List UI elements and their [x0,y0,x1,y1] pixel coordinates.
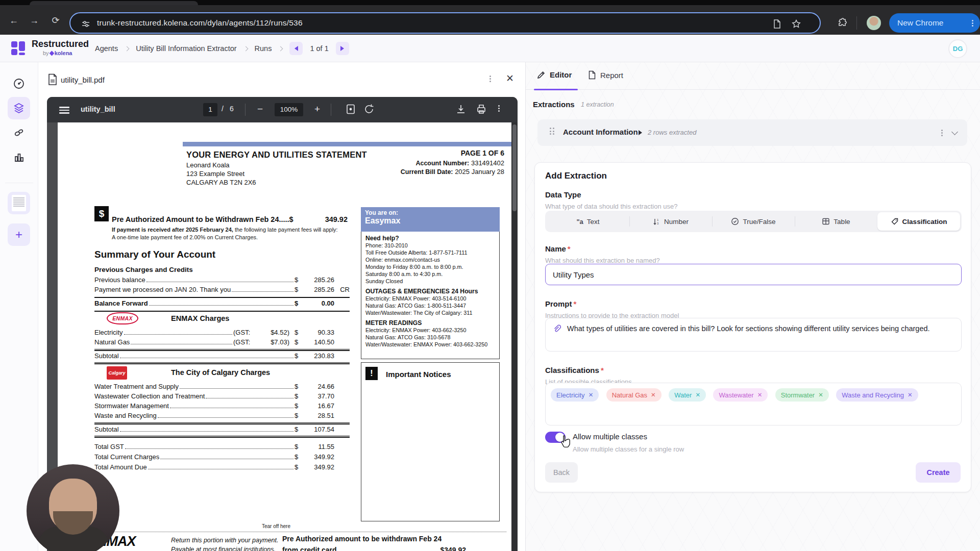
user-avatar[interactable]: DG [948,39,967,58]
bill-row: Payment we processed on JAN 20. Thank yo… [94,286,350,293]
add-extraction-form: Add Extraction Data Type What type of da… [534,162,971,492]
zoom-in-icon[interactable]: + [314,104,320,115]
toggle-help: Allow multiple classes for a single row [573,445,684,453]
data-type-label: Data Type [545,190,581,199]
preauth-line: Pre Authorized Amount to be Withdrawn Fe… [112,215,348,223]
agents-layers-icon[interactable] [8,97,30,119]
pdf-file-icon [47,73,58,86]
enmax-subtotal-row: Subtotal$230.83 [94,352,350,360]
bill-row: Electricity(GST:$4.52)$90.33 [94,329,350,336]
chip-electricity[interactable]: Electricity✕ [551,388,599,402]
page-icon[interactable] [772,19,782,29]
chevron-down-icon[interactable] [951,129,958,135]
report-doc-icon [588,70,596,80]
chip-remove-icon[interactable]: ✕ [908,391,913,398]
tear-off-line [63,532,506,532]
drag-handle-icon[interactable] [550,128,555,135]
chip-stormwater[interactable]: Stormwater✕ [775,388,829,402]
pdf-panel: utility_bill.pdf ✕ utility_bill 1 / 6 − … [38,62,525,551]
address-bar[interactable]: trunk-restructured.kolena.com/dylan/agen… [69,12,821,34]
brand-by-text: by [43,50,49,56]
zoom-out-icon[interactable]: − [257,104,263,115]
chrome-menu-icon[interactable] [972,19,973,28]
chip-remove-icon[interactable]: ✕ [757,391,763,398]
data-type-truefalse[interactable]: True/False [712,212,795,231]
chip-wastewater[interactable]: Wastewater✕ [713,388,768,402]
back-button[interactable]: Back [545,462,578,483]
pdf-scrollbar[interactable] [511,122,518,551]
extensions-icon[interactable] [836,17,847,29]
name-input[interactable] [545,264,962,285]
tab-editor[interactable]: Editor [537,70,572,79]
pdf-sidebar-toggle-icon[interactable] [59,105,69,115]
bill-row: Natural Gas(GST:$7.03)$140.50 [94,338,350,346]
pdf-panel-menu-icon[interactable] [489,74,491,83]
chip-remove-icon[interactable]: ✕ [818,391,823,398]
svg-text:1: 1 [657,218,659,221]
data-type-table[interactable]: Table [795,212,877,231]
data-type-help: What type of data should this extraction… [545,203,677,210]
create-button[interactable]: Create [916,462,961,483]
chip-water[interactable]: Water✕ [669,388,706,402]
bookmark-star-icon[interactable] [791,19,801,29]
breadcrumb-runs[interactable]: Runs [255,44,272,53]
preauth-bottom-2: from credit card [282,546,337,551]
chip-remove-icon[interactable]: ✕ [695,391,700,398]
fit-to-page-icon[interactable] [345,104,356,115]
toolbar-divider [856,16,857,30]
data-type-classification[interactable]: Classification [877,212,960,231]
add-document-button[interactable]: + [8,223,30,246]
classifications-input[interactable]: Electricity✕ Natural Gas✕ Water✕ Wastewa… [545,383,962,425]
zoom-level-box[interactable]: 100% [275,103,303,116]
chip-remove-icon[interactable]: ✕ [651,391,656,398]
tear-off-label: Tear off here [262,523,290,529]
enmax-logo: ENMAX [107,312,138,324]
prev-run-button[interactable] [289,42,303,55]
browser-tab[interactable] [30,1,198,5]
site-settings-icon[interactable] [82,20,90,28]
dashboard-gauge-icon[interactable] [8,72,30,95]
prompt-text: What types of utilities are covered in t… [567,323,951,334]
pdf-scrollbar-thumb[interactable] [512,124,517,211]
forward-icon[interactable]: → [28,14,41,27]
extraction-card-menu-icon[interactable] [941,129,943,137]
prompt-input[interactable]: What types of utilities are covered in t… [545,318,962,352]
tab-report[interactable]: Report [588,70,623,80]
document-thumbnail[interactable] [8,192,30,214]
late-fee-note2: A one-time late payment fee of 2.00% on … [112,234,258,240]
data-type-number[interactable]: 13 Number [629,212,712,231]
extraction-card-account-information[interactable]: Account Information 2 rows extracted [537,119,967,146]
bill-top-rule [183,142,511,146]
chip-natural-gas[interactable]: Natural Gas✕ [606,388,662,402]
breadcrumb-agents[interactable]: Agents [95,44,118,53]
chip-remove-icon[interactable]: ✕ [589,391,594,398]
enmax-charges-title: ENMAX Charges [171,314,229,322]
page-number-box[interactable]: 1 [203,103,217,116]
breadcrumb-agent-name[interactable]: Utility Bill Information Extractor [136,44,236,53]
calgary-logo: Calgary [107,366,127,380]
analytics-bar-chart-icon[interactable] [8,146,30,168]
data-type-text[interactable]: "a Text [547,212,629,231]
new-chrome-button[interactable]: New Chrome available [889,13,980,33]
pdf-panel-close-icon[interactable]: ✕ [506,72,514,84]
data-type-text-label: Text [587,218,600,226]
toggle-label: Allow multiple classes [573,432,647,441]
account-number: Account Number: 331491402 [415,159,504,167]
addressee-name: Leonard Koala [186,161,230,169]
next-run-button[interactable] [336,42,349,55]
download-icon[interactable] [455,104,467,115]
preauth-bottom-amount: $349.92 [395,546,466,551]
print-icon[interactable] [476,104,487,115]
pdf-more-menu-icon[interactable] [498,104,500,113]
experiments-flask-icon[interactable] [8,121,30,144]
pencil-icon [537,70,546,79]
chip-waste-and-recycling[interactable]: Waste and Recycling✕ [836,388,918,402]
reload-icon[interactable]: ⟳ [49,14,62,27]
browser-profile-avatar[interactable] [867,16,881,30]
kolena-text: kolena [55,50,72,56]
screen: ← → ⟳ trunk-restructured.kolena.com/dyla… [0,0,980,551]
back-icon[interactable]: ← [7,14,20,27]
prev-arrow-icon [295,46,298,51]
rotate-icon[interactable] [363,104,375,115]
restructured-logo-icon[interactable] [9,39,28,58]
